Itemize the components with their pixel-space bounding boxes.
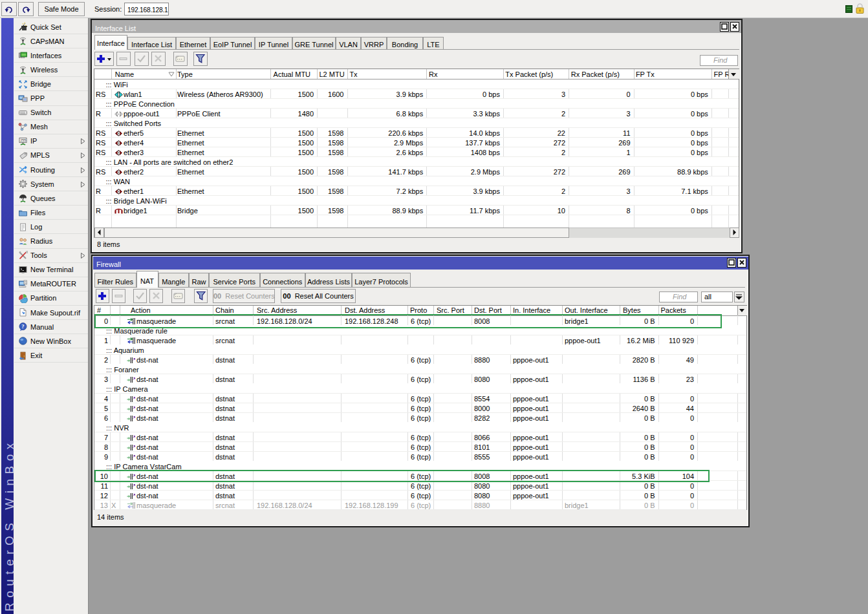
svg-text:255: 255 (20, 138, 26, 142)
